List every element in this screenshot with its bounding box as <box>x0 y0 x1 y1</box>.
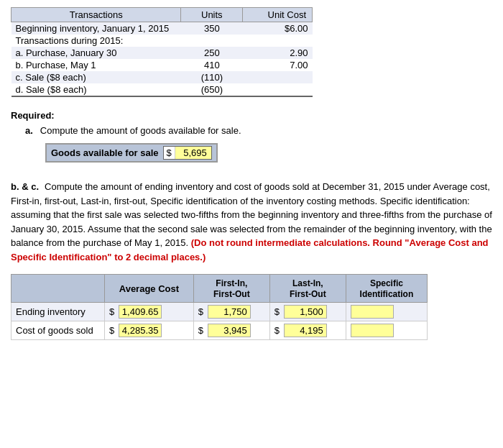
transaction-desc: Transactions during 2015: <box>11 35 181 47</box>
transaction-desc: c. Sale ($8 each) <box>11 71 181 83</box>
inv-fifo-value[interactable]: 1,750 <box>208 305 251 319</box>
goods-available-box: Goods available for sale $ 5,695 <box>45 143 218 163</box>
bc-text-block: b. & c. Compute the amount of ending inv… <box>11 180 492 264</box>
inv-lifo-value[interactable]: 1,500 <box>284 305 327 319</box>
transaction-units <box>181 35 243 47</box>
inv-avg-value[interactable]: 1,409.65 <box>119 305 162 319</box>
transaction-units: (110) <box>181 71 243 83</box>
inv-lifo-cell: $ 1,500 <box>269 303 346 321</box>
transaction-units: 410 <box>181 59 243 71</box>
inv-lifo-value[interactable]: 4,195 <box>284 324 327 337</box>
bc-section: b. & c. Compute the amount of ending inv… <box>11 180 492 340</box>
inv-fifo-cell: $ 3,945 <box>193 321 269 340</box>
transaction-desc: Beginning inventory, January 1, 2015 <box>11 22 181 35</box>
inv-avg-value[interactable]: 4,285.35 <box>119 324 162 337</box>
transaction-cost: 7.00 <box>243 59 313 71</box>
inv-header-blank <box>11 275 105 303</box>
inventory-table: Average Cost First-In,First-Out Last-In,… <box>11 274 428 340</box>
inv-fifo-dollar: $ <box>198 325 205 336</box>
transaction-desc: a. Purchase, January 30 <box>11 47 181 59</box>
inv-lifo-dollar: $ <box>274 306 281 317</box>
part-a-instruction: Compute the amount of goods available fo… <box>40 125 241 136</box>
transactions-header-desc: Transactions <box>11 8 181 22</box>
inv-lifo-cell: $ 4,195 <box>269 321 346 340</box>
transactions-header-units: Units <box>181 8 243 22</box>
required-title: Required: <box>11 110 492 121</box>
transaction-units: (650) <box>181 83 243 96</box>
transaction-desc: b. Purchase, May 1 <box>11 59 181 71</box>
inv-avg-dollar: $ <box>109 325 116 336</box>
transaction-cost: 2.90 <box>243 47 313 59</box>
inv-avg-cost-cell: $ 1,409.65 <box>105 303 194 321</box>
inv-row-label: Ending inventory <box>11 303 105 321</box>
transaction-cost <box>243 83 313 96</box>
transaction-cost <box>243 35 313 47</box>
inv-specific-value[interactable] <box>351 305 394 319</box>
required-section: Required: a. Compute the amount of goods… <box>11 110 492 163</box>
part-a-letter: a. <box>25 125 33 136</box>
required-part-a: a. Compute the amount of goods available… <box>25 125 492 136</box>
goods-dollar-sign: $ <box>164 147 175 159</box>
goods-input-wrap: $ 5,695 <box>163 146 212 160</box>
goods-value[interactable]: 5,695 <box>175 147 211 159</box>
inv-header-avg-cost: Average Cost <box>105 275 194 303</box>
transactions-header-unit-cost: Unit Cost <box>243 8 313 22</box>
inv-header-lifo: Last-In,First-Out <box>269 275 346 303</box>
transaction-cost: $6.00 <box>243 22 313 35</box>
goods-available-row: Goods available for sale $ 5,695 <box>45 143 492 163</box>
inv-fifo-cell: $ 1,750 <box>193 303 269 321</box>
transaction-desc: d. Sale ($8 each) <box>11 83 181 96</box>
inv-fifo-dollar: $ <box>198 306 205 317</box>
inv-fifo-value[interactable]: 3,945 <box>208 324 251 337</box>
bc-label: b. & c. <box>11 180 39 194</box>
inv-lifo-dollar: $ <box>274 325 281 336</box>
inv-header-specific: SpecificIdentification <box>346 275 427 303</box>
transaction-units: 250 <box>181 47 243 59</box>
transaction-cost <box>243 71 313 83</box>
inv-header-fifo: First-In,First-Out <box>193 275 269 303</box>
inv-specific-cell <box>346 303 427 321</box>
inv-specific-cell <box>346 321 427 340</box>
inv-avg-cost-cell: $ 4,285.35 <box>105 321 194 340</box>
transaction-units: 350 <box>181 22 243 35</box>
goods-available-label: Goods available for sale <box>51 147 159 158</box>
transactions-table: Transactions Units Unit Cost Beginning i… <box>11 7 313 97</box>
inv-row-label: Cost of goods sold <box>11 321 105 340</box>
inv-specific-value[interactable] <box>351 324 394 337</box>
inv-avg-dollar: $ <box>109 306 116 317</box>
